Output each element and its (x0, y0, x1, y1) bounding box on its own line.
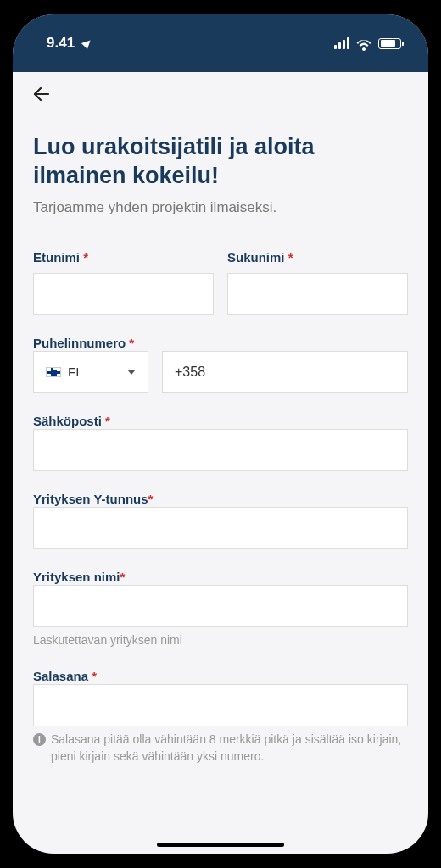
phone-group: Puhelinnumero * FI (33, 336, 408, 393)
last-name-label: Sukunimi * (227, 250, 408, 264)
required-mark: * (148, 492, 154, 506)
signal-icon (334, 37, 349, 49)
first-name-label: Etunimi * (33, 250, 214, 264)
company-name-helper: Laskutettavan yrityksen nimi (33, 632, 408, 649)
country-select[interactable]: FI (33, 351, 148, 393)
business-id-input[interactable] (33, 507, 408, 549)
required-mark: * (120, 570, 126, 584)
company-name-group: Yrityksen nimi* Laskutettavan yrityksen … (33, 570, 408, 649)
chevron-down-icon (127, 370, 136, 375)
last-name-group: Sukunimi * (227, 250, 408, 315)
flag-fi-icon (46, 367, 61, 377)
page-title: Luo urakoitsijatili ja aloita ilmainen k… (33, 133, 408, 191)
company-name-input[interactable] (33, 585, 408, 627)
phone-input[interactable] (162, 351, 408, 393)
required-mark: * (80, 250, 88, 264)
email-input[interactable] (33, 429, 408, 471)
business-id-label: Yrityksen Y-tunnus* (33, 492, 153, 506)
back-button[interactable] (30, 82, 53, 106)
svg-text:i: i (38, 735, 41, 744)
password-helper: i Salasana pitää olla vähintään 8 merkki… (33, 732, 408, 765)
phone-frame: 9.41 Luo urakoitsijatili ja aloita ilmai… (13, 14, 428, 854)
password-group: Salasana * i Salasana pitää olla vähintä… (33, 669, 408, 765)
nav-bar (13, 72, 428, 116)
first-name-group: Etunimi * (33, 250, 214, 315)
phone-label: Puhelinnumero * (33, 336, 134, 350)
required-mark: * (88, 669, 97, 683)
email-label: Sähköposti * (33, 414, 110, 428)
password-label: Salasana * (33, 669, 97, 683)
first-name-input[interactable] (33, 273, 214, 315)
location-icon (81, 37, 93, 49)
email-group: Sähköposti * (33, 414, 408, 471)
home-indicator[interactable] (157, 843, 284, 847)
info-icon: i (33, 733, 46, 746)
last-name-input[interactable] (227, 273, 408, 315)
country-code: FI (68, 364, 79, 379)
business-id-group: Yrityksen Y-tunnus* (33, 492, 408, 549)
wifi-icon (356, 38, 371, 49)
required-mark: * (102, 414, 110, 428)
status-bar: 9.41 (13, 14, 428, 72)
company-name-label: Yrityksen nimi* (33, 570, 125, 584)
password-input[interactable] (33, 684, 408, 726)
form-content: Luo urakoitsijatili ja aloita ilmainen k… (13, 116, 428, 854)
required-mark: * (285, 250, 293, 264)
status-time: 9.41 (47, 35, 75, 52)
required-mark: * (126, 336, 134, 350)
battery-icon (378, 38, 401, 49)
status-indicators (334, 37, 401, 49)
page-subtitle: Tarjoamme yhden projektin ilmaiseksi. (33, 199, 408, 216)
status-time-group: 9.41 (47, 35, 92, 52)
